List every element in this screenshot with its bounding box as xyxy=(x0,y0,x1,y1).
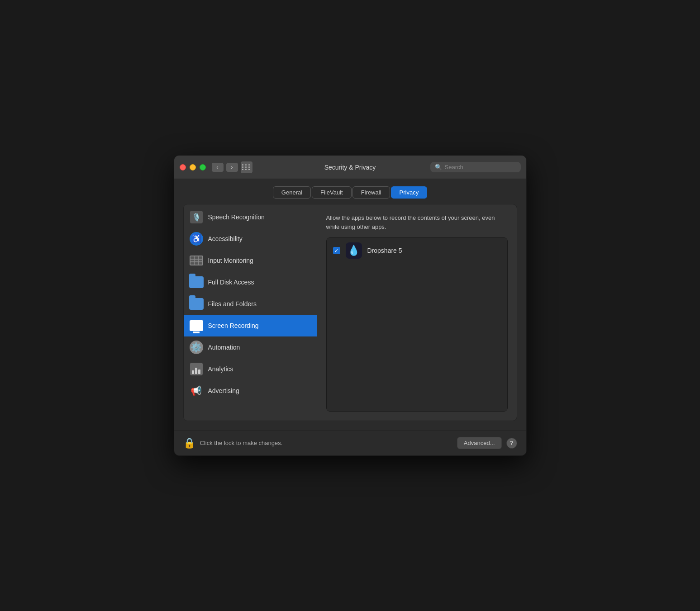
lock-icon[interactable]: 🔒 xyxy=(183,437,195,449)
content-panel: 🎙️ Speech Recognition ♿ Accessibility xyxy=(183,204,517,421)
nav-buttons: ‹ › xyxy=(211,162,238,172)
sidebar-item-screen-recording[interactable]: Screen Recording xyxy=(184,315,317,336)
gear-icon: ⚙️ xyxy=(190,341,203,354)
window-title: Security & Privacy xyxy=(324,164,376,171)
sidebar-label-speech-recognition: Speech Recognition xyxy=(208,213,265,221)
grid-view-button[interactable] xyxy=(240,161,253,174)
mic-icon: 🎙️ xyxy=(190,211,203,223)
sidebar-label-screen-recording: Screen Recording xyxy=(208,322,259,329)
sidebar-label-automation: Automation xyxy=(208,344,240,351)
sidebar-label-accessibility: Accessibility xyxy=(208,235,243,242)
back-button[interactable]: ‹ xyxy=(211,162,224,172)
description-text: Allow the apps below to record the conte… xyxy=(326,213,508,231)
maximize-button[interactable] xyxy=(200,164,206,171)
search-icon: 🔍 xyxy=(435,164,442,171)
advanced-button[interactable]: Advanced... xyxy=(457,437,502,449)
main-content: 🎙️ Speech Recognition ♿ Accessibility xyxy=(174,204,526,430)
app-checkbox-dropshare[interactable]: ✓ xyxy=(333,247,340,254)
sidebar: 🎙️ Speech Recognition ♿ Accessibility xyxy=(184,204,317,421)
sidebar-label-advertising: Advertising xyxy=(208,387,239,394)
minimize-button[interactable] xyxy=(190,164,196,171)
sidebar-item-speech-recognition[interactable]: 🎙️ Speech Recognition xyxy=(184,206,317,228)
sidebar-label-analytics: Analytics xyxy=(208,365,233,373)
table-row: ✓ 💧 Dropshare 5 xyxy=(327,238,507,263)
tab-privacy[interactable]: Privacy xyxy=(391,186,428,199)
sidebar-item-accessibility[interactable]: ♿ Accessibility xyxy=(184,228,317,250)
sidebar-item-automation[interactable]: ⚙️ Automation xyxy=(184,336,317,358)
main-window: ‹ › Security & Privacy 🔍 General FileVau… xyxy=(174,155,527,456)
sidebar-label-input-monitoring: Input Monitoring xyxy=(208,257,253,264)
close-button[interactable] xyxy=(180,164,186,171)
megaphone-icon: 📢 xyxy=(190,384,203,397)
lock-text: Click the lock to make changes. xyxy=(200,440,283,446)
sidebar-item-input-monitoring[interactable]: Input Monitoring xyxy=(184,250,317,271)
grid-icon xyxy=(242,164,251,170)
forward-button[interactable]: › xyxy=(226,162,238,172)
apps-list: ✓ 💧 Dropshare 5 xyxy=(326,237,508,412)
sidebar-item-files-and-folders[interactable]: Files and Folders xyxy=(184,293,317,315)
folder-icon-disk xyxy=(189,276,204,288)
app-name-dropshare: Dropshare 5 xyxy=(367,247,402,254)
keyboard-icon xyxy=(190,256,203,265)
sidebar-item-advertising[interactable]: 📢 Advertising xyxy=(184,380,317,402)
bottom-bar: 🔒 Click the lock to make changes. Advanc… xyxy=(174,430,526,455)
search-bar[interactable]: 🔍 xyxy=(430,162,521,172)
search-input[interactable] xyxy=(445,164,516,171)
sidebar-item-full-disk-access[interactable]: Full Disk Access xyxy=(184,271,317,293)
traffic-lights xyxy=(180,164,206,171)
app-icon-dropshare: 💧 xyxy=(346,242,362,259)
tabs-bar: General FileVault Firewall Privacy xyxy=(174,179,526,204)
right-content: Allow the apps below to record the conte… xyxy=(317,204,517,421)
folder-icon-files xyxy=(189,298,204,310)
tab-general[interactable]: General xyxy=(273,186,311,199)
accessibility-icon: ♿ xyxy=(190,232,203,246)
sidebar-label-files-and-folders: Files and Folders xyxy=(208,300,257,308)
titlebar: ‹ › Security & Privacy 🔍 xyxy=(174,156,526,179)
tab-filevault[interactable]: FileVault xyxy=(312,186,352,199)
chart-icon xyxy=(190,363,203,375)
sidebar-item-analytics[interactable]: Analytics xyxy=(184,358,317,380)
bottom-buttons: Advanced... ? xyxy=(457,437,517,449)
monitor-icon xyxy=(190,320,203,331)
tab-firewall[interactable]: Firewall xyxy=(352,186,390,199)
sidebar-label-full-disk-access: Full Disk Access xyxy=(208,279,254,286)
help-button[interactable]: ? xyxy=(506,438,517,449)
